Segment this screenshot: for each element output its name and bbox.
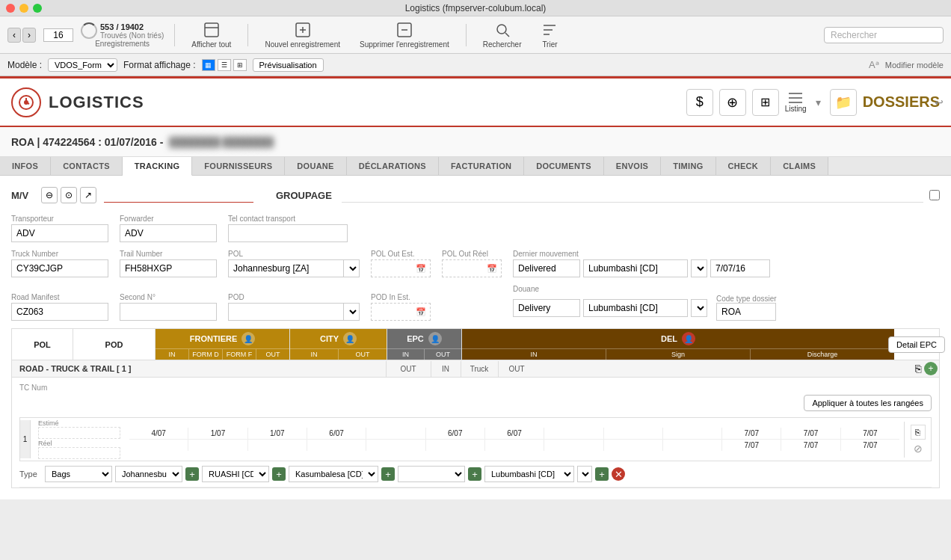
city-person-icon[interactable]: 👤 [343,332,357,345]
copy-icon[interactable]: ⎘ [915,363,921,375]
back-icon[interactable]: ↩ [935,96,944,108]
forwarder-input[interactable] [120,224,217,242]
loc5-select-extra[interactable] [577,466,592,482]
frontiere-person-icon[interactable]: 👤 [241,332,255,345]
tc-num-est-input[interactable] [38,427,120,439]
record-number-input[interactable] [43,28,73,42]
format-table-icon[interactable]: ⊞ [233,59,247,71]
format-list-icon[interactable]: ☰ [218,59,231,71]
groupage-checkbox[interactable] [929,190,940,200]
tab-declarations[interactable]: DÉCLARATIONS [347,157,439,175]
tab-documents[interactable]: DOCUMENTS [524,157,604,175]
pol-out-reel-input[interactable] [446,264,487,273]
douane-lieu-input[interactable] [583,299,688,317]
dernier-lieu-input[interactable] [583,259,688,277]
tab-claims[interactable]: CLAIMS [771,157,828,175]
close-button[interactable] [6,4,15,13]
dernier-lieu-select[interactable] [691,259,707,277]
calendar-icon-2[interactable]: 📅 [487,264,497,274]
add-loc4-button[interactable]: + [468,467,481,481]
tab-facturation[interactable]: FACTURATION [439,157,524,175]
search-input[interactable] [824,27,944,43]
delete-row-button[interactable]: ✕ [612,467,625,481]
tc-num-reel-input[interactable] [38,447,120,459]
calendar-icon-3[interactable]: 📅 [416,307,426,317]
loc5-select[interactable]: Lubumbashi [CD] [484,466,574,482]
dernier-value-input[interactable] [513,259,580,277]
appliquer-button[interactable]: Appliquer à toutes les rangées [804,395,932,411]
grid-button[interactable]: ⊞ [752,89,779,116]
detail-epc-button[interactable]: Detail EPC [888,336,945,353]
add-loc2-button[interactable]: + [272,467,286,481]
afficher-tout-button[interactable]: Afficher tout [185,21,237,49]
tab-tracking[interactable]: TRACKING [123,157,192,176]
transporteur-input[interactable] [11,224,108,242]
pol-out-est-input[interactable] [375,264,416,273]
nav-next[interactable]: › [22,28,36,43]
nouvel-enregistrement-button[interactable]: Nouvel enregistrement [259,21,346,49]
tab-fournisseurs[interactable]: FOURNISSEURS [192,157,285,175]
dollar-button[interactable]: $ [686,89,713,116]
nav-arrows[interactable]: ‹ › [7,28,36,43]
code-type-input[interactable] [716,303,776,321]
groupage-input[interactable] [342,188,923,203]
mv-icon-2[interactable]: ⊙ [61,187,77,203]
truck-number-input[interactable] [11,259,108,277]
tab-infos[interactable]: INFOS [0,157,51,175]
window-buttons[interactable] [6,4,42,13]
add-loc1-button[interactable]: + [185,467,199,481]
folder-button[interactable]: 📁 [830,89,857,116]
tab-contacts[interactable]: CONTACTS [51,157,123,175]
minimize-button[interactable] [19,4,28,13]
format-form-icon[interactable]: ▦ [202,59,215,71]
rechercher-button[interactable]: Rechercher [477,21,528,49]
calendar-icon-1[interactable]: 📅 [416,264,426,274]
pod-select[interactable] [343,303,360,321]
type-select[interactable]: Bags [45,466,112,482]
maximize-button[interactable] [33,4,42,13]
copy-row-icon[interactable]: ⎘ [911,425,926,440]
tel-input[interactable] [228,224,348,242]
tc-row-actions[interactable]: ⎘ ⊘ [904,422,931,458]
model-select[interactable]: VDOS_Form [48,58,117,72]
trail-number-input[interactable] [120,259,217,277]
modify-model-button[interactable]: Modifier modèle [885,61,944,70]
loc1-select[interactable]: Johannesbur [115,466,182,482]
pod-input[interactable] [228,303,344,321]
table-action-btns[interactable]: Detail EPC [894,329,939,360]
mv-input[interactable] [104,188,253,203]
chevron-down-icon[interactable]: ▾ [816,96,821,108]
del-person-icon[interactable]: 👤 [682,332,695,345]
add-button[interactable]: ⊕ [719,89,746,116]
epc-person-icon[interactable]: 👤 [428,332,442,345]
mv-icon-3[interactable]: ↗ [80,187,96,203]
loc3-select[interactable]: Kasumbalesa [CD] [289,466,378,482]
douane-lieu-select[interactable] [691,299,707,317]
loc4-select-empty[interactable] [398,466,465,482]
road-action-btns[interactable]: ⎘ + [894,360,939,377]
mv-icon-group[interactable]: ⊖ ⊙ ↗ [41,187,96,203]
second-n-input[interactable] [120,303,217,321]
road-manifest-input[interactable] [11,303,108,321]
preview-button[interactable]: Prévisualisation [253,58,324,72]
tab-douane[interactable]: DOUANE [285,157,346,175]
pol-input[interactable] [228,259,344,277]
listing-button[interactable]: Listing [785,91,807,113]
block-icon[interactable]: ⊘ [914,443,923,455]
loc2-select[interactable]: RUASHI [CD] [202,466,269,482]
add-row-icon[interactable]: + [924,362,938,375]
trier-button[interactable]: Trier [535,21,564,49]
format-icons[interactable]: ▦ ☰ ⊞ [202,59,247,71]
tab-timing[interactable]: TIMING [661,157,715,175]
pol-select[interactable] [343,259,360,277]
supprimer-button[interactable]: Supprimer l'enregistrement [354,21,455,49]
add-loc3-button[interactable]: + [381,467,395,481]
add-loc5-button[interactable]: + [595,467,609,481]
pod-in-est-input[interactable] [375,307,416,316]
dernier-date-input[interactable] [710,259,770,277]
nav-prev[interactable]: ‹ [7,28,21,43]
tab-check[interactable]: CHECK [716,157,772,175]
mv-icon-1[interactable]: ⊖ [41,187,58,203]
tab-envois[interactable]: ENVOIS [604,157,661,175]
douane-value-input[interactable] [513,299,580,317]
